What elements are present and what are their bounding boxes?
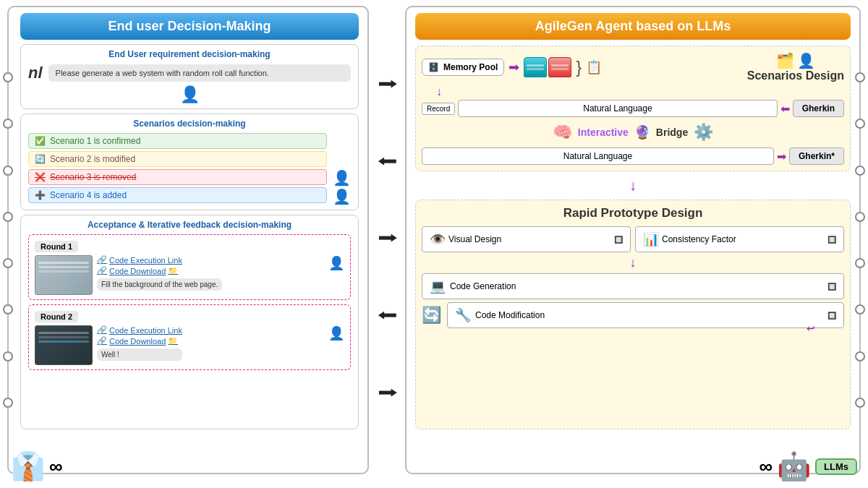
arrow-nl-gherkin-star: ➡ (777, 150, 786, 163)
round1-feedback-bubble: Fill the background of the web page. (97, 278, 222, 291)
scenarios-design-section: 🗄️ Memory Pool ➡ (415, 46, 851, 171)
purple-arrow-right: ➡ (509, 59, 519, 75)
visual-design-box: 👁️ Visual Design 🔲 (422, 226, 631, 252)
bind-ring-r (855, 166, 865, 176)
db-icon-2 (548, 57, 571, 77)
right-header: AgileGen Agent based on LLMs (415, 13, 851, 40)
orb-icon: 🔮 (634, 124, 650, 140)
round2-download-link[interactable]: 🔗 Code Download 📁 (97, 336, 182, 346)
section-nl-requirement: End User requirement decision-making nl … (20, 44, 359, 109)
interactive-text: Interactive (578, 127, 629, 138)
eye-icon: 👁️ (430, 231, 446, 247)
section2-title: Scenarios decision-making (28, 119, 351, 129)
round2-links: 🔗 Code Execution Link 🔗 Code Download 📁 … (97, 325, 182, 361)
circular-arrow-icon: 🔄 (422, 306, 441, 325)
purple-down-1: ↓ (422, 85, 844, 98)
round2-box: Round 2 🔗 (28, 304, 351, 370)
round2-execution-link[interactable]: 🔗 Code Execution Link (97, 325, 182, 335)
db-icon-1 (524, 57, 547, 77)
wrench-icon: 🔧 (455, 307, 471, 323)
gherkin-box: Gherkin (793, 100, 844, 117)
code-modification-box: 🔧 Code Modification 🔲 (447, 302, 844, 328)
gear-icon: ⚙️ (694, 123, 713, 142)
memory-pool-group: 🗄️ Memory Pool ➡ (422, 57, 602, 77)
spiral-binding-left (3, 36, 13, 444)
bind-ring (3, 166, 13, 176)
interactive-bridge-row: 🧠 Interactive 🔮 Bridge ⚙️ (422, 120, 844, 145)
bind-ring-r (855, 212, 865, 222)
bind-ring-r (855, 304, 865, 314)
code-icon: 💻 (430, 278, 446, 294)
spiral-binding-right (855, 36, 865, 444)
purple-down-2: ↓ (415, 177, 851, 194)
round1-content: 🔗 Code Execution Link 🔗 Code Download 📁 … (35, 255, 344, 295)
section1-title: End User requirement decision-making (28, 49, 351, 59)
scenarios-row: ✅ Scenario 1 is confirmed 🔄 Scenario 2 i… (28, 133, 351, 205)
section-acceptance: Acceptance & Iterative feedback decision… (20, 215, 359, 429)
bind-ring (3, 398, 13, 408)
memory-pool-box: 🗄️ Memory Pool (422, 59, 504, 76)
chart-icon: 📊 (643, 231, 659, 247)
bind-ring-r (855, 258, 865, 268)
round1-download-link[interactable]: 🔗 Code Download 📁 (97, 266, 222, 275)
bind-ring-r (855, 119, 865, 129)
scenario-modified: 🔄 Scenario 2 is modified (28, 151, 327, 167)
natural-language-box-2: Natural Language (422, 147, 774, 165)
natural-language-box: Natural Language (458, 100, 777, 117)
db-stack-icons (524, 57, 571, 77)
visual-consistency-row: 👁️ Visual Design 🔲 📊 Consistency Factor … (422, 226, 844, 252)
person-icons-2: 👤 👤 (333, 169, 351, 205)
round1-screenshot (35, 255, 93, 295)
person-icon-1: 👤 (28, 85, 351, 104)
round2-content: 🔗 Code Execution Link 🔗 Code Download 📁 … (35, 325, 344, 365)
scenarios-design-row1: 🗄️ Memory Pool ➡ (422, 52, 844, 82)
scenario-added: ➕ Scenario 4 is added (28, 187, 327, 203)
purple-down-3: ↓ (422, 255, 844, 270)
left-panel: End user Decision-Making End User requir… (7, 6, 369, 474)
scenarios-list: ✅ Scenario 1 is confirmed 🔄 Scenario 2 i… (28, 133, 327, 205)
bind-ring-r (855, 72, 865, 82)
arrow-nl-gherkin: ⬅ (780, 102, 790, 116)
right-top-icons: 🗂️ 👤 (776, 52, 815, 69)
arrow-3: ➡ (378, 228, 397, 247)
code-modification-row: 🔄 🔧 Code Modification 🔲 (422, 302, 844, 328)
rapid-prototype-title: Rapid Prototype Design (422, 206, 844, 221)
arrow-4: ⬅ (378, 306, 397, 325)
bind-ring (3, 258, 13, 268)
round2-feedback-bubble: Well ! (97, 348, 182, 361)
brain-icon: 🧠 (553, 123, 572, 142)
person-icon-round1: 👤 (328, 255, 344, 271)
arrow-1: ➡ (378, 74, 397, 93)
bind-ring (3, 304, 13, 314)
round1-label: Round 1 (35, 241, 78, 252)
bind-ring (3, 351, 13, 361)
nl-bubble: Please generate a web system with random… (48, 64, 351, 82)
round1-execution-link[interactable]: 🔗 Code Execution Link (97, 255, 222, 265)
bind-ring (3, 119, 13, 129)
arrow-5: ➡ (378, 383, 397, 402)
scenario-removed: ❌ Scenario 3 is removed (28, 169, 327, 185)
nl-gherkin-star-row: Natural Language ➡ Gherkin* (422, 147, 844, 165)
bind-ring-r (855, 398, 865, 408)
person-icon-round2: 👤 (328, 325, 344, 341)
nl-gherkin-row: Record Natural Language ⬅ Gherkin (422, 100, 844, 117)
consistency-factor-box: 📊 Consistency Factor 🔲 (635, 226, 844, 252)
bind-ring (3, 212, 13, 222)
scenarios-design-title: Scenarios Design (747, 69, 844, 82)
nl-row: nl Please generate a web system with ran… (28, 64, 351, 82)
bridge-text: Bridge (656, 127, 688, 138)
bind-ring-r (855, 351, 865, 361)
rapid-prototype-section: Rapid Prototype Design 👁️ Visual Design … (415, 200, 851, 429)
scenarios-design-title-group: 🗂️ 👤 Scenarios Design (747, 52, 844, 82)
nl-label: nl (28, 64, 43, 82)
round2-label: Round 2 (35, 311, 78, 322)
gherkin-star-box: Gherkin* (789, 147, 844, 165)
bind-ring (3, 72, 13, 82)
scenario-confirmed: ✅ Scenario 1 is confirmed (28, 133, 327, 149)
arrows-column: ➡ ⬅ ➡ ⬅ ➡ (369, 6, 405, 474)
code-generation-box: 💻 Code Generation 🔲 (422, 273, 844, 299)
round1-links: 🔗 Code Execution Link 🔗 Code Download 📁 … (97, 255, 222, 291)
section3-title: Acceptance & Iterative feedback decision… (28, 220, 351, 230)
right-panel: AgileGen Agent based on LLMs 🗄️ Memory P… (405, 6, 861, 474)
arrow-2: ⬅ (378, 152, 397, 171)
